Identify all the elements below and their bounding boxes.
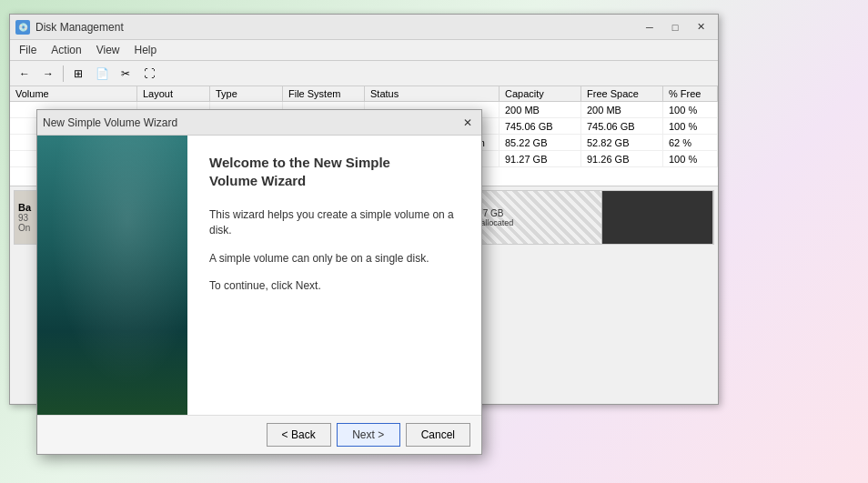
wizard-title-bar: New Simple Volume Wizard ✕ [37, 110, 481, 136]
wizard-right-panel: Welcome to the New SimpleVolume Wizard T… [187, 136, 481, 415]
partition-dark[interactable] [602, 191, 713, 244]
menu-help[interactable]: Help [129, 42, 163, 58]
td-free: 52.82 GB [581, 135, 663, 150]
td-free: 200 MB [581, 102, 663, 117]
cancel-button[interactable]: Cancel [406, 423, 470, 447]
minimize-button[interactable]: ─ [638, 19, 661, 35]
window-controls: ─ □ ✕ [638, 19, 712, 35]
td-pct: 100 % [663, 151, 718, 166]
forward-button[interactable]: → [37, 64, 59, 84]
th-pct: % Free [663, 86, 718, 101]
th-capacity: Capacity [500, 86, 581, 101]
menu-bar: File Action View Help [10, 40, 718, 61]
view-button[interactable]: ⛶ [138, 64, 160, 84]
wizard-body: Welcome to the New SimpleVolume Wizard T… [37, 136, 481, 415]
menu-view[interactable]: View [91, 42, 126, 58]
maximize-button[interactable]: □ [663, 19, 687, 35]
wizard-desc-1: This wizard helps you create a simple vo… [209, 207, 459, 238]
close-button[interactable]: ✕ [689, 19, 712, 35]
th-layout: Layout [137, 86, 210, 101]
wizard-left-gradient [37, 136, 187, 415]
th-status: Status [365, 86, 500, 101]
partition-unallocated[interactable]: 9.77 GB Unallocated [467, 191, 602, 244]
td-pct: 100 % [663, 102, 718, 117]
wizard-footer: < Back Next > Cancel [37, 415, 481, 454]
toolbar: ← → ⊞ 📄 ✂ ⛶ [10, 61, 718, 86]
td-capacity: 200 MB [500, 102, 581, 117]
td-pct: 62 % [663, 135, 718, 150]
menu-action[interactable]: Action [45, 42, 86, 58]
cut-button[interactable]: ✂ [115, 64, 136, 84]
td-capacity: 745.06 GB [500, 118, 581, 134]
wizard-desc-3: To continue, click Next. [209, 278, 459, 294]
wizard-left-panel [37, 136, 187, 415]
table-header: Volume Layout Type File System Status Ca… [10, 86, 718, 102]
toolbar-separator [63, 65, 64, 82]
grid-button[interactable]: ⊞ [67, 64, 89, 84]
title-bar: 💿 Disk Management ─ □ ✕ [10, 15, 718, 40]
menu-file[interactable]: File [14, 42, 42, 58]
wizard-title: New Simple Volume Wizard [43, 116, 459, 129]
td-capacity: 85.22 GB [500, 135, 581, 150]
partition-status: Unallocated [470, 218, 598, 227]
wizard-desc-2: A simple volume can only be on a single … [209, 251, 459, 267]
wizard-close-button[interactable]: ✕ [459, 115, 476, 131]
app-icon: 💿 [15, 20, 30, 35]
doc-button[interactable]: 📄 [91, 64, 113, 84]
next-button[interactable]: Next > [337, 423, 400, 447]
td-capacity: 91.27 GB [500, 151, 581, 166]
back-button[interactable]: ← [14, 64, 35, 84]
th-type: Type [210, 86, 283, 101]
td-pct: 100 % [663, 118, 718, 134]
back-button[interactable]: < Back [267, 423, 331, 447]
partition-size: 9.77 GB [470, 208, 598, 218]
td-free: 91.26 GB [581, 151, 663, 166]
th-volume: Volume [10, 86, 137, 101]
th-free: Free Space [581, 86, 663, 101]
wizard-dialog: New Simple Volume Wizard ✕ Welcome to th… [36, 109, 482, 455]
wizard-heading: Welcome to the New SimpleVolume Wizard [209, 154, 459, 189]
window-title: Disk Management [35, 21, 638, 34]
td-free: 745.06 GB [581, 118, 663, 134]
th-fs: File System [283, 86, 365, 101]
